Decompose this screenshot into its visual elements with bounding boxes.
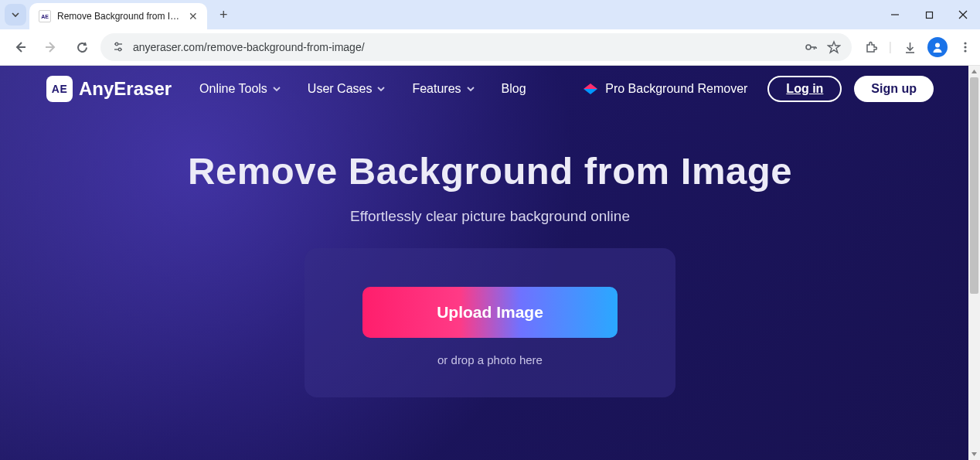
bookmark-star-icon[interactable] xyxy=(827,40,841,54)
password-key-icon[interactable] xyxy=(804,40,818,54)
scroll-thumb[interactable] xyxy=(970,77,978,294)
window-minimize-button[interactable] xyxy=(878,0,912,29)
signup-button[interactable]: Sign up xyxy=(854,76,934,102)
nav-link-label: User Cases xyxy=(308,82,373,96)
drop-hint-text: or drop a photo here xyxy=(320,353,660,366)
page-title: Remove Background from Image xyxy=(0,149,980,193)
window-maximize-button[interactable] xyxy=(912,0,946,29)
chevron-down-icon xyxy=(272,84,281,94)
svg-rect-1 xyxy=(926,12,932,18)
chevron-down-icon xyxy=(11,10,20,19)
svg-point-10 xyxy=(806,45,811,49)
toolbar-separator: | xyxy=(889,40,892,54)
nav-link-online-tools[interactable]: Online Tools xyxy=(199,82,281,96)
nav-link-features[interactable]: Features xyxy=(412,82,475,96)
logo-text: AnyEraser xyxy=(79,78,172,100)
nav-links: Online Tools User Cases Features Blog xyxy=(199,82,526,96)
triangle-down-icon xyxy=(971,451,978,458)
svg-point-17 xyxy=(935,43,940,48)
arrow-left-icon xyxy=(13,40,27,54)
site-settings-icon[interactable] xyxy=(111,40,125,54)
site-navigation: AE AnyEraser Online Tools User Cases Fea… xyxy=(0,66,980,112)
close-icon xyxy=(958,10,968,19)
profile-avatar[interactable] xyxy=(927,37,948,57)
forward-button[interactable] xyxy=(39,35,63,60)
svg-marker-21 xyxy=(971,70,977,73)
search-tabs-button[interactable] xyxy=(5,4,26,26)
window-controls xyxy=(878,0,980,29)
svg-marker-22 xyxy=(971,452,977,456)
back-button[interactable] xyxy=(8,35,32,60)
scroll-up-button[interactable] xyxy=(968,66,980,77)
minimize-icon xyxy=(890,10,900,19)
login-button[interactable]: Log in xyxy=(767,76,842,102)
window-close-button[interactable] xyxy=(946,0,980,29)
scroll-down-button[interactable] xyxy=(968,448,980,460)
chevron-down-icon xyxy=(376,84,386,94)
tab-close-button[interactable]: ✕ xyxy=(181,10,198,22)
nav-link-blog[interactable]: Blog xyxy=(502,82,526,96)
browser-menu-button[interactable] xyxy=(958,40,972,54)
svg-point-7 xyxy=(115,43,117,45)
svg-marker-14 xyxy=(828,42,839,53)
nav-link-label: Online Tools xyxy=(199,82,267,96)
svg-point-18 xyxy=(964,42,966,44)
person-icon xyxy=(931,41,944,53)
nav-link-label: Features xyxy=(412,82,461,96)
site-logo[interactable]: AE AnyEraser xyxy=(46,76,172,102)
new-tab-button[interactable]: + xyxy=(215,7,233,23)
chevron-down-icon xyxy=(466,84,475,94)
reload-icon xyxy=(76,41,89,54)
pro-background-remover-link[interactable]: Pro Background Remover xyxy=(584,82,747,96)
tab-favicon: AE xyxy=(39,10,51,22)
browser-tab[interactable]: AE Remove Background from Imag ✕ xyxy=(29,3,207,29)
kebab-icon xyxy=(959,41,971,53)
arrow-right-icon xyxy=(44,40,58,54)
browser-chrome: AE Remove Background from Imag ✕ + anyer… xyxy=(0,0,980,66)
page-content: AE AnyEraser Online Tools User Cases Fea… xyxy=(0,66,980,460)
nav-link-user-cases[interactable]: User Cases xyxy=(308,82,386,96)
pro-link-label: Pro Background Remover xyxy=(605,82,747,96)
hero-section: Remove Background from Image Effortlessl… xyxy=(0,112,980,397)
vertical-scrollbar[interactable] xyxy=(968,66,980,460)
nav-link-label: Blog xyxy=(502,82,526,96)
upload-image-button[interactable]: Upload Image xyxy=(362,287,618,338)
logo-badge: AE xyxy=(46,76,73,102)
page-subtitle: Effortlessly clear picture background on… xyxy=(0,208,980,225)
svg-point-20 xyxy=(964,49,966,52)
tab-strip: AE Remove Background from Imag ✕ + xyxy=(0,0,980,29)
maximize-icon xyxy=(925,11,934,19)
downloads-icon[interactable] xyxy=(903,40,917,54)
url-bar[interactable]: anyeraser.com/remove-background-from-ima… xyxy=(100,33,852,61)
pro-hourglass-icon xyxy=(584,83,597,94)
svg-point-9 xyxy=(118,48,121,50)
tab-title: Remove Background from Imag xyxy=(57,11,181,22)
reload-button[interactable] xyxy=(70,35,94,60)
url-text: anyeraser.com/remove-background-from-ima… xyxy=(133,41,796,53)
auth-buttons: Log in Sign up xyxy=(767,76,934,102)
address-bar: anyeraser.com/remove-background-from-ima… xyxy=(0,29,980,66)
upload-dropzone[interactable]: Upload Image or drop a photo here xyxy=(305,248,675,397)
extensions-icon[interactable] xyxy=(864,40,878,54)
svg-point-19 xyxy=(964,46,966,48)
browser-toolbar-right: | xyxy=(864,37,972,57)
triangle-up-icon xyxy=(971,68,978,75)
